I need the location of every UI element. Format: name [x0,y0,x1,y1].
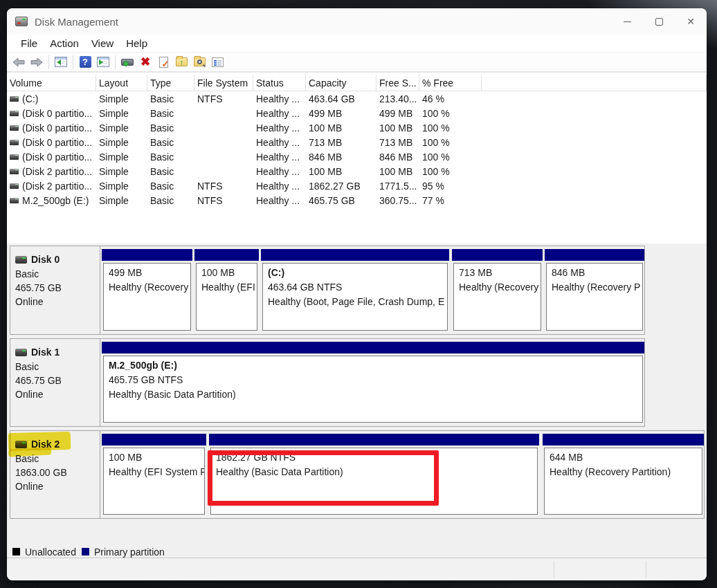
cell-capacity: 100 MB [306,166,376,177]
table-row[interactable]: M.2_500gb (E:) Simple Basic NTFS Healthy… [7,193,707,208]
help-icon[interactable]: ? [77,54,93,71]
cell-status: Healthy ... [253,195,306,206]
cell-layout: Simple [96,195,147,206]
back-icon[interactable] [10,54,27,71]
properties-check-icon[interactable] [155,54,172,71]
console-tree-icon[interactable] [53,54,69,71]
cell-capacity: 499 MB [306,108,376,119]
partition-disk2-efi-100mb[interactable]: 100 MBHealthy (EFI System P [102,431,206,518]
cell-layout: Simple [96,166,147,177]
table-row[interactable]: (Disk 0 partitio... Simple Basic Healthy… [7,106,707,120]
partition-strip [194,249,259,261]
folder-up-icon[interactable]: ↑ [173,54,190,71]
partition-strip [545,249,644,261]
statusbar-divider [554,561,554,578]
table-row[interactable]: (Disk 0 partitio... Simple Basic Healthy… [7,120,707,135]
minimize-icon [624,21,631,22]
cell-capacity: 100 MB [306,122,376,134]
column-header-status[interactable]: Status [253,75,306,91]
cell-capacity: 1862.27 GB [306,181,376,192]
cell-fs: NTFS [194,195,253,206]
column-header-file-system[interactable]: File System [194,75,253,91]
partition-disk0-recovery-499mb[interactable]: 499 MBHealthy (Recovery [102,246,192,334]
delete-icon[interactable]: ✖ [137,54,154,71]
disk-icon [15,441,27,448]
column-header-pct-free[interactable]: % Free [419,75,482,91]
volume-list: Volume Layout Type File System Status Ca… [7,72,707,244]
volume-icon [10,140,19,145]
volume-icon [10,183,19,189]
table-row[interactable]: (Disk 0 partitio... Simple Basic Healthy… [7,135,707,149]
maximize-button[interactable] [643,8,675,35]
partition-strip [102,249,192,261]
cell-type: Basic [147,195,194,206]
cell-layout: Simple [96,93,147,104]
cell-pct: 100 % [419,137,482,148]
cell-volume: (Disk 2 partitio... [22,181,92,192]
legend: Unallocated Primary partition [7,546,707,558]
table-row[interactable]: (Disk 2 partitio... Simple Basic NTFS He… [7,178,707,193]
table-row[interactable]: (Disk 2 partitio... Simple Basic Healthy… [7,164,707,178]
cell-free: 499 MB [376,108,419,119]
disk-name: Disk 2 [31,439,60,450]
partition-disk0-recovery-713mb[interactable]: 713 MBHealthy (Recovery [452,246,543,334]
column-header-volume[interactable]: Volume [7,75,96,91]
table-row[interactable]: (C:) Simple Basic NTFS Healthy ... 463.6… [7,91,707,106]
statusbar-divider [646,561,646,578]
disk-2-label[interactable]: Disk 2 Basic 1863.00 GB Online [10,431,100,518]
cell-layout: Simple [96,108,147,119]
table-row[interactable]: (Disk 0 partitio... Simple Basic Healthy… [7,149,707,164]
disk-type: Basic [15,360,95,374]
toolbar-separator [73,55,73,69]
disk-0-label[interactable]: Disk 0 Basic 465.75 GB Online [10,246,100,334]
menu-bar: File Action View Help [7,35,707,53]
cell-type: Basic [147,137,194,148]
show-action-pane-icon[interactable] [95,54,111,71]
partition-disk2-data-1862gb[interactable]: 1862.27 GB NTFSHealthy (Basic Data Parti… [209,431,539,518]
column-header-filler [482,75,707,91]
menu-action[interactable]: Action [44,36,85,50]
cell-type: Basic [147,93,194,104]
disk-name: Disk 1 [31,347,60,358]
cell-volume: M.2_500gb (E:) [22,195,89,206]
disk-status: Online [15,387,95,401]
disk-icon [15,256,27,264]
cell-pct: 100 % [419,122,482,134]
folder-search-icon[interactable] [191,54,208,71]
column-header-type[interactable]: Type [147,75,194,91]
partition-disk0-c-drive[interactable]: (C:)463.64 GB NTFSHealthy (Boot, Page Fi… [261,246,449,334]
close-button[interactable]: ✕ [675,8,707,35]
menu-help[interactable]: Help [120,36,154,50]
cell-status: Healthy ... [253,137,306,148]
partition-disk0-recovery-846mb[interactable]: 846 MBHealthy (Recovery P [545,246,644,334]
disk-2-row: Disk 2 Basic 1863.00 GB Online 100 MBHea… [10,430,705,519]
partition-disk0-efi-100mb[interactable]: 100 MBHealthy (EFI [194,246,259,334]
cell-status: Healthy ... [253,93,306,104]
column-header-layout[interactable]: Layout [96,75,147,91]
cell-layout: Simple [96,137,147,148]
partition-disk2-recovery-644mb[interactable]: 644 MBHealthy (Recovery Partition) [543,431,704,518]
cell-volume: (C:) [22,93,38,104]
cell-free: 360.75... [376,195,419,206]
disk-tool-icon[interactable] [119,54,136,71]
cell-free: 100 MB [376,122,419,134]
volume-icon [10,125,19,131]
menu-file[interactable]: File [15,36,44,50]
disk-1-label[interactable]: Disk 1 Basic 465.75 GB Online [10,339,100,426]
menu-view[interactable]: View [85,36,120,50]
column-header-free-space[interactable]: Free S... [376,75,419,91]
column-header-capacity[interactable]: Capacity [306,75,376,91]
cell-volume: (Disk 0 partitio... [22,122,92,134]
partition-strip [543,434,704,445]
forward-icon[interactable] [28,54,45,71]
disk-status: Online [15,295,95,309]
partition-strip [209,434,539,445]
volume-icon [10,111,19,116]
volume-icon [10,169,19,174]
partition-disk1-m2-500gb[interactable]: M.2_500gb (E:)465.75 GB NTFSHealthy (Bas… [102,339,644,426]
checklist-icon[interactable] [209,54,226,71]
disk-management-app-icon [15,17,28,26]
cell-fs: NTFS [194,181,253,192]
cell-type: Basic [147,181,194,192]
minimize-button[interactable] [611,8,643,35]
